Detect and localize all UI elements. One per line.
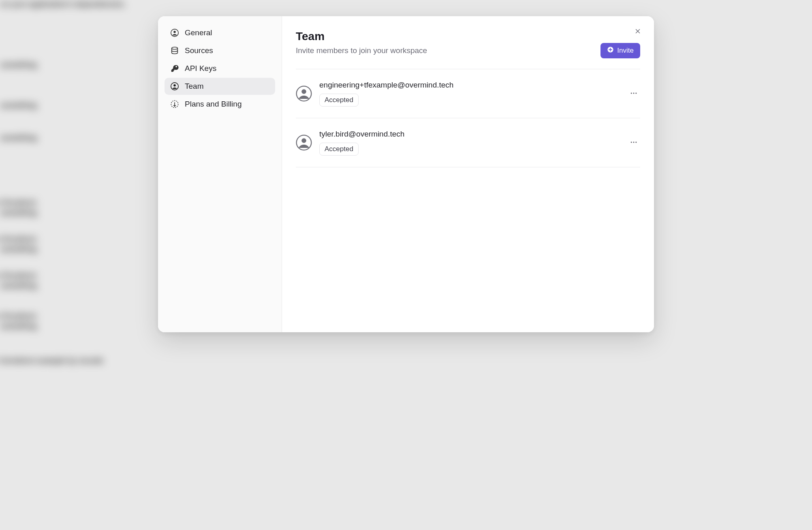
plus-circle-icon xyxy=(607,46,614,55)
svg-point-11 xyxy=(635,92,637,94)
svg-point-16 xyxy=(635,141,637,143)
billing-icon xyxy=(170,100,179,109)
member-row: tyler.bird@overmind.tech Accepted xyxy=(296,118,640,167)
member-row: engineering+tfexample@overmind.tech Acce… xyxy=(296,69,640,118)
sidebar-item-label: Plans and Billing xyxy=(185,100,241,109)
sidebar-item-label: API Keys xyxy=(185,64,216,73)
person-circle-icon xyxy=(170,82,179,91)
svg-point-4 xyxy=(173,84,176,87)
close-button[interactable] xyxy=(632,26,643,37)
settings-sidebar: General Sources API Keys xyxy=(158,16,282,332)
sidebar-item-label: Team xyxy=(185,82,203,91)
page-title: Team xyxy=(296,30,427,43)
member-email: engineering+tfexample@overmind.tech xyxy=(319,81,627,90)
status-badge: Accepted xyxy=(319,143,359,156)
sidebar-item-general[interactable]: General xyxy=(165,24,275,41)
sidebar-item-team[interactable]: Team xyxy=(165,78,275,95)
sidebar-item-api-keys[interactable]: API Keys xyxy=(165,60,275,77)
svg-point-13 xyxy=(301,138,306,143)
member-email: tyler.bird@overmind.tech xyxy=(319,130,627,139)
avatar xyxy=(296,135,312,151)
key-icon xyxy=(170,64,179,73)
status-badge: Accepted xyxy=(319,94,359,107)
sidebar-item-label: General xyxy=(185,28,212,37)
member-more-button[interactable] xyxy=(627,87,640,101)
page-subtitle: Invite members to join your workspace xyxy=(296,46,427,55)
sidebar-item-label: Sources xyxy=(185,46,213,55)
svg-point-8 xyxy=(301,89,306,94)
member-more-button[interactable] xyxy=(627,136,640,150)
invite-button[interactable]: Invite xyxy=(600,43,640,58)
more-horizontal-icon xyxy=(630,89,638,98)
page-header: Team Invite members to join your workspa… xyxy=(296,30,640,58)
svg-point-9 xyxy=(631,92,632,94)
member-list: engineering+tfexample@overmind.tech Acce… xyxy=(296,69,640,167)
svg-point-14 xyxy=(631,141,632,143)
database-icon xyxy=(170,46,179,55)
settings-main: Team Invite members to join your workspa… xyxy=(282,16,654,332)
close-icon xyxy=(634,28,641,36)
person-circle-icon xyxy=(170,28,179,37)
sidebar-item-plans-billing[interactable]: Plans and Billing xyxy=(165,96,275,113)
invite-button-label: Invite xyxy=(617,47,634,55)
sidebar-item-sources[interactable]: Sources xyxy=(165,42,275,59)
svg-point-2 xyxy=(172,47,178,49)
avatar xyxy=(296,85,312,102)
svg-point-15 xyxy=(633,141,635,143)
svg-point-1 xyxy=(173,31,176,33)
more-horizontal-icon xyxy=(630,138,638,147)
svg-point-10 xyxy=(633,92,635,94)
settings-modal: General Sources API Keys xyxy=(158,16,654,332)
